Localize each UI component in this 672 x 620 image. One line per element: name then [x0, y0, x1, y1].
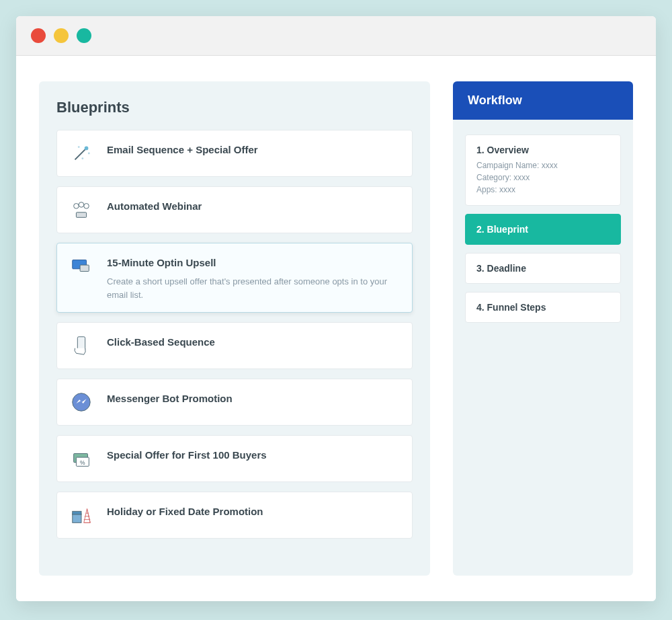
svg-point-7 [79, 202, 84, 208]
workflow-step-sub: Campaign Name: xxxx Category: xxxx Apps:… [476, 159, 610, 196]
blueprint-label: Messenger Bot Promotion [107, 393, 400, 404]
blueprints-panel: Blueprints Email Sequence + Special Offe… [39, 81, 430, 576]
blueprint-label: Email Sequence + Special Offer [107, 144, 400, 155]
blueprint-15-minute-optin[interactable]: 15-Minute Optin Upsell Create a short up… [56, 243, 413, 313]
workflow-title: Workflow [453, 81, 633, 120]
content: Blueprints Email Sequence + Special Offe… [16, 56, 656, 601]
blueprint-label: Holiday or Fixed Date Promotion [107, 506, 400, 517]
svg-text:%: % [80, 459, 85, 466]
svg-point-3 [88, 153, 90, 155]
blueprint-email-sequence[interactable]: Email Sequence + Special Offer [56, 130, 413, 177]
titlebar [16, 16, 656, 56]
wand-icon [69, 141, 93, 165]
svg-point-2 [78, 146, 80, 148]
svg-point-1 [85, 147, 89, 151]
blueprint-first-100-buyers[interactable]: % Special Offer for First 100 Buyers [56, 435, 413, 482]
blueprint-label: Special Offer for First 100 Buyers [107, 449, 400, 461]
messenger-icon [69, 390, 93, 414]
svg-point-12 [73, 393, 90, 411]
close-icon[interactable] [31, 28, 46, 43]
svg-line-0 [75, 148, 87, 159]
svg-rect-17 [73, 511, 81, 514]
svg-point-6 [74, 204, 79, 209]
svg-point-4 [81, 157, 83, 159]
svg-point-8 [84, 204, 89, 209]
blueprint-label: Click-Based Sequence [107, 336, 400, 348]
blueprints-title: Blueprints [56, 99, 413, 116]
party-icon [69, 503, 93, 527]
blueprint-click-based-sequence[interactable]: Click-Based Sequence [56, 322, 413, 369]
workflow-step-blueprint[interactable]: 2. Blueprint [465, 214, 621, 245]
maximize-icon[interactable] [77, 28, 91, 43]
app-window: Blueprints Email Sequence + Special Offe… [16, 16, 656, 601]
svg-rect-10 [80, 265, 89, 271]
blueprint-description: Create a short upsell offer that's prese… [107, 275, 400, 301]
blueprint-label: 15-Minute Optin Upsell [107, 257, 400, 268]
svg-rect-16 [73, 514, 81, 522]
screens-icon [69, 254, 93, 278]
blueprint-holiday-promotion[interactable]: Holiday or Fixed Date Promotion [56, 492, 413, 539]
svg-rect-5 [76, 212, 86, 218]
blueprint-automated-webinar[interactable]: Automated Webinar [56, 186, 413, 233]
blueprint-label: Automated Webinar [107, 200, 400, 212]
workflow-step-overview[interactable]: 1. Overview Campaign Name: xxxx Category… [465, 134, 621, 206]
coupon-icon: % [69, 447, 93, 471]
workflow-step-label: 3. Deadline [476, 263, 610, 274]
workflow-step-deadline[interactable]: 3. Deadline [465, 253, 621, 284]
workflow-step-label: 1. Overview [476, 145, 610, 155]
minimize-icon[interactable] [54, 28, 69, 43]
workflow-step-funnel-steps[interactable]: 4. Funnel Steps [465, 292, 621, 323]
workflow-step-label: 4. Funnel Steps [476, 302, 610, 313]
workflow-panel: Workflow 1. Overview Campaign Name: xxxx… [453, 81, 633, 576]
phone-hand-icon [69, 334, 93, 358]
people-icon [69, 198, 93, 222]
workflow-list: 1. Overview Campaign Name: xxxx Category… [453, 120, 633, 338]
blueprint-messenger-bot[interactable]: Messenger Bot Promotion [56, 379, 413, 426]
workflow-step-label: 2. Blueprint [476, 224, 610, 235]
